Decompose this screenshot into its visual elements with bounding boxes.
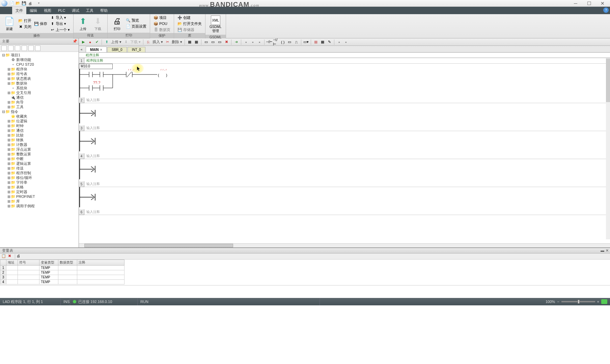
tree-node[interactable]: ⊞📁向导	[0, 100, 79, 104]
var-cell[interactable]	[58, 275, 77, 280]
tb7-button[interactable]: ➜	[233, 39, 239, 45]
box-button[interactable]: ▭	[286, 39, 293, 45]
var-cell[interactable]	[6, 280, 18, 284]
tree-tb-btn-5[interactable]	[35, 46, 40, 51]
tb-c-button[interactable]: ▦	[320, 39, 326, 45]
tree-tb-btn-1[interactable]	[8, 46, 13, 51]
var-close-icon[interactable]: ✕	[606, 248, 609, 253]
network-6[interactable]: 6输入注释	[79, 209, 610, 215]
tree-toggle-icon[interactable]: ⊞	[7, 147, 11, 152]
var-cell[interactable]	[58, 266, 77, 270]
tree-toggle-icon[interactable]: ⊞	[7, 143, 11, 147]
tree-toggle-icon[interactable]: ⊞	[7, 105, 11, 109]
tab-MAIN[interactable]: MAIN×	[86, 47, 107, 52]
var-header[interactable]: 符号	[18, 260, 39, 266]
tree-toggle-icon[interactable]: ⊞	[7, 176, 11, 180]
var-cell[interactable]: TEMP	[39, 266, 58, 270]
tree-node[interactable]: ⊞📁位逻辑	[0, 119, 79, 123]
tree-node[interactable]: 🔌通信	[0, 95, 79, 100]
network-body[interactable]	[79, 187, 610, 209]
qat-new-icon[interactable]: 📄	[9, 1, 15, 6]
contact-no-button[interactable]: ⊣⊢	[266, 39, 272, 45]
tree-toggle-icon[interactable]: ⊞	[7, 161, 11, 166]
tree-toggle-icon[interactable]: ⊞	[7, 138, 11, 142]
var-cell[interactable]	[58, 280, 77, 284]
tree-node[interactable]: ⊞📁表格	[0, 185, 79, 189]
toolbar-label[interactable]: 插入 ▾	[152, 39, 164, 44]
var-cell[interactable]	[58, 270, 77, 275]
tab-SBR_0[interactable]: SBR_0	[107, 47, 127, 52]
tree-toggle-icon[interactable]: ⊞	[7, 194, 11, 199]
status-corner-icon[interactable]	[601, 299, 607, 304]
ribbon-btn-上一个 ▾[interactable]: ↩上一个 ▾	[50, 27, 70, 32]
network-2[interactable]: 2输入注释	[79, 97, 610, 125]
network-comment[interactable]: 输入注释	[84, 181, 610, 187]
tree-toggle-icon[interactable]: ⊞	[7, 128, 11, 133]
network-3[interactable]: 3输入注释	[79, 125, 610, 153]
tree-node[interactable]: ⚙新增功能	[0, 57, 79, 62]
tree-node[interactable]: ⊞📁转换	[0, 138, 79, 142]
var-cell[interactable]: 3	[0, 275, 6, 280]
upload-arrow-button[interactable]: ⬆	[104, 39, 110, 45]
tb10-button[interactable]: ▫	[256, 39, 262, 45]
tree-toggle-icon[interactable]: ⊞	[7, 199, 11, 204]
var-cell[interactable]	[18, 266, 39, 270]
tree-body[interactable]: ⊟📁项目1⚙新增功能▫CPU ST20⊞📁程序块⊞📁符号表⊞📁状态图表⊞📁数据块…	[0, 52, 79, 247]
table-row[interactable]: 3TEMP	[0, 275, 124, 280]
tree-tb-btn-4[interactable]	[28, 46, 34, 51]
var-cell[interactable]	[6, 275, 18, 280]
network-body[interactable]	[79, 131, 610, 153]
menu-item-6[interactable]: 帮助	[97, 7, 111, 14]
tree-node[interactable]: ⊞📁调用子例程	[0, 204, 79, 208]
toolbar-label[interactable]: 删除 ▾	[171, 39, 183, 44]
tree-node[interactable]: ⊞📁逻辑运算	[0, 161, 79, 166]
var-min-icon[interactable]: ▬	[601, 248, 604, 253]
run-button[interactable]: ▶	[80, 39, 86, 45]
tree-node[interactable]: ⊞📁程序控制	[0, 171, 79, 175]
tree-tb-btn-0[interactable]	[1, 46, 7, 51]
var-tb-1-icon[interactable]: 📋	[1, 254, 7, 259]
tree-toggle-icon[interactable]: ⊞	[7, 77, 11, 81]
ribbon-btn-打印[interactable]: 🖨打印	[110, 15, 124, 32]
var-cell[interactable]: 4	[0, 280, 6, 284]
tree-node[interactable]: ⊞📁传送	[0, 166, 79, 171]
network-comment[interactable]: 输入注释	[84, 209, 610, 215]
var-cell[interactable]: 2	[0, 270, 6, 275]
qat-print-icon[interactable]: 🖨	[27, 1, 33, 6]
tb2-button[interactable]: ▦	[193, 39, 199, 45]
menu-item-3[interactable]: PLC	[55, 7, 68, 14]
var-cell[interactable]	[77, 266, 124, 270]
pin-icon[interactable]: 📌	[73, 39, 77, 43]
network-body[interactable]	[79, 159, 610, 181]
compile-button[interactable]: ✔	[94, 39, 100, 45]
tree-toggle-icon[interactable]: ⊞	[7, 185, 11, 189]
download-arrow-button[interactable]: ⬇	[123, 39, 129, 45]
tb9-button[interactable]: ▫	[250, 39, 256, 45]
var-header[interactable]: 地址	[6, 260, 18, 266]
tree-toggle-icon[interactable]: ⊞	[7, 91, 11, 95]
contact-nc-button[interactable]: ⊣/⊢	[273, 39, 279, 45]
ribbon-btn-打开文件夹[interactable]: 📂打开文件夹	[177, 21, 202, 26]
tree-node[interactable]: ⊞📁时钟	[0, 123, 79, 128]
tree-node[interactable]: ⊞📁交叉引用	[0, 90, 79, 95]
tree-node[interactable]: ⊞📁通信	[0, 128, 79, 133]
tb-e-button[interactable]: ▫	[336, 39, 342, 45]
qat-dropdown-icon[interactable]: ▼	[36, 1, 41, 6]
tree-toggle-icon[interactable]: ⊞	[7, 152, 11, 156]
var-cell[interactable]	[18, 275, 39, 280]
tb6-button[interactable]: ✖	[223, 39, 229, 45]
variable-table[interactable]: 地址符号变量类型数据类型注释1TEMP2TEMP3TEMP4TEMP	[0, 260, 610, 285]
stop-button[interactable]: ●	[87, 39, 93, 45]
ribbon-btn-创建[interactable]: ➕创建	[177, 15, 202, 20]
tb-a-button[interactable]: ▭▾	[303, 39, 309, 45]
tree-toggle-icon[interactable]: ⊞	[7, 157, 11, 161]
var-tb-3-icon[interactable]: 🖨	[17, 254, 22, 259]
network-comment[interactable]: 输入注释	[84, 125, 610, 131]
ribbon-btn-关闭[interactable]: ✖关闭	[18, 24, 31, 29]
ribbon-btn-保存[interactable]: 💾保存	[34, 21, 47, 26]
var-cell[interactable]: TEMP	[39, 275, 58, 280]
ribbon-btn-导出 ▾[interactable]: ⬆导出 ▾	[50, 21, 70, 26]
tree-toggle-icon[interactable]: ⊞	[7, 180, 11, 185]
ribbon-btn-导入 ▾[interactable]: ⬇导入 ▾	[50, 15, 70, 20]
ribbon-btn-项目[interactable]: 📦项目	[154, 15, 170, 20]
